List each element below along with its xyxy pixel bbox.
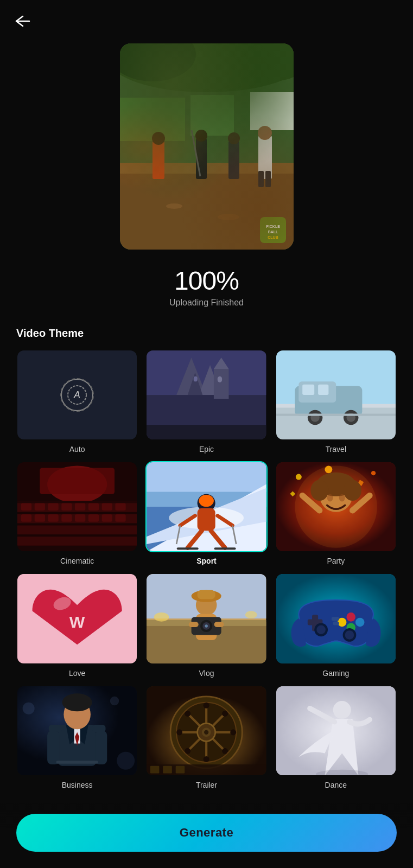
svg-point-171 xyxy=(204,756,209,762)
theme-item-party[interactable]: Party xyxy=(275,461,397,565)
svg-rect-68 xyxy=(48,514,58,522)
svg-rect-58 xyxy=(21,503,31,510)
svg-rect-64 xyxy=(102,503,112,510)
theme-item-vlog[interactable]: Vlog xyxy=(145,573,267,677)
svg-point-169 xyxy=(204,730,208,734)
theme-label-epic: Epic xyxy=(199,445,214,454)
svg-point-157 xyxy=(117,751,135,769)
progress-section: 100% Uploading Finished xyxy=(169,266,244,308)
theme-label-gaming: Gaming xyxy=(322,669,349,678)
svg-point-95 xyxy=(371,471,376,475)
svg-rect-82 xyxy=(198,508,215,531)
svg-rect-154 xyxy=(95,731,107,764)
svg-rect-38 xyxy=(147,425,266,439)
progress-status: Uploading Finished xyxy=(169,298,244,308)
generate-button[interactable]: Generate xyxy=(16,814,397,852)
svg-point-22 xyxy=(218,214,239,220)
svg-rect-155 xyxy=(56,761,98,764)
theme-label-auto: Auto xyxy=(69,445,85,454)
svg-point-13 xyxy=(195,130,207,142)
svg-text:PICKLE: PICKLE xyxy=(266,225,280,228)
theme-item-trailer[interactable]: Trailer xyxy=(145,685,267,789)
svg-rect-69 xyxy=(61,514,72,522)
svg-rect-23 xyxy=(260,217,286,243)
generate-button-container: Generate xyxy=(0,803,413,868)
svg-rect-17 xyxy=(258,136,272,179)
theme-label-party: Party xyxy=(327,557,345,565)
svg-rect-65 xyxy=(115,503,125,510)
svg-text:A: A xyxy=(73,390,80,400)
theme-label-business: Business xyxy=(62,781,93,789)
section-title: Video Theme xyxy=(16,327,397,340)
theme-label-sport: Sport xyxy=(196,557,217,565)
theme-label-trailer: Trailer xyxy=(196,781,217,789)
svg-rect-57 xyxy=(17,537,137,546)
svg-rect-62 xyxy=(75,503,85,510)
svg-point-4 xyxy=(234,43,294,81)
theme-item-auto[interactable]: A Auto xyxy=(16,349,138,454)
svg-rect-44 xyxy=(302,385,314,395)
svg-rect-37 xyxy=(194,376,198,382)
progress-percent: 100% xyxy=(169,266,244,296)
svg-point-177 xyxy=(222,748,228,754)
svg-point-132 xyxy=(346,613,355,622)
svg-rect-15 xyxy=(228,141,239,179)
back-button[interactable] xyxy=(15,15,30,30)
svg-rect-19 xyxy=(258,171,264,187)
svg-point-21 xyxy=(166,203,182,209)
svg-point-172 xyxy=(176,729,182,735)
theme-label-love: Love xyxy=(69,669,85,678)
svg-point-3 xyxy=(120,43,196,81)
svg-rect-77 xyxy=(147,462,266,492)
svg-rect-53 xyxy=(40,468,115,494)
theme-item-love[interactable]: W Love xyxy=(16,573,138,677)
svg-rect-56 xyxy=(17,526,137,535)
theme-item-business[interactable]: Business xyxy=(16,685,138,789)
theme-item-epic[interactable]: Epic xyxy=(145,349,267,454)
svg-rect-181 xyxy=(176,766,185,774)
svg-rect-8 xyxy=(190,95,234,136)
svg-rect-66 xyxy=(21,514,31,522)
svg-point-137 xyxy=(316,626,326,635)
theme-item-dance[interactable]: Dance xyxy=(275,685,397,789)
svg-point-117 xyxy=(245,611,257,619)
svg-rect-1 xyxy=(120,43,294,250)
svg-rect-36 xyxy=(218,376,222,382)
svg-rect-50 xyxy=(276,414,396,416)
svg-rect-74 xyxy=(17,501,137,503)
svg-point-150 xyxy=(62,693,92,711)
svg-rect-70 xyxy=(75,514,85,522)
svg-point-18 xyxy=(258,126,272,140)
svg-rect-7 xyxy=(120,98,185,141)
svg-rect-120 xyxy=(198,590,215,599)
svg-point-11 xyxy=(152,132,165,145)
svg-rect-63 xyxy=(88,503,99,510)
svg-rect-180 xyxy=(163,766,173,774)
theme-item-travel[interactable]: Travel xyxy=(275,349,397,454)
theme-item-cinematic[interactable]: Cinematic xyxy=(16,461,138,565)
preview-image: PICKLE BALL CLUB xyxy=(120,43,294,250)
svg-point-27 xyxy=(68,386,86,404)
svg-rect-71 xyxy=(88,514,99,522)
svg-point-184 xyxy=(333,701,351,719)
svg-point-158 xyxy=(110,696,119,705)
svg-rect-45 xyxy=(318,385,328,395)
svg-rect-5 xyxy=(120,163,294,250)
svg-text:BALL: BALL xyxy=(268,230,278,234)
svg-point-173 xyxy=(231,729,237,735)
theme-label-dance: Dance xyxy=(325,781,347,789)
theme-item-gaming[interactable]: Gaming xyxy=(275,573,397,677)
svg-rect-6 xyxy=(120,163,294,174)
svg-point-94 xyxy=(295,474,301,480)
svg-point-2 xyxy=(120,43,294,92)
svg-point-91 xyxy=(199,495,214,507)
theme-label-vlog: Vlog xyxy=(199,669,214,678)
svg-line-14 xyxy=(192,130,200,176)
theme-item-sport[interactable]: Sport xyxy=(145,461,267,565)
svg-point-139 xyxy=(345,631,354,640)
svg-rect-61 xyxy=(61,503,72,510)
svg-rect-34 xyxy=(214,369,229,399)
svg-point-175 xyxy=(222,711,228,717)
svg-rect-67 xyxy=(35,514,45,522)
svg-rect-141 xyxy=(333,622,339,626)
